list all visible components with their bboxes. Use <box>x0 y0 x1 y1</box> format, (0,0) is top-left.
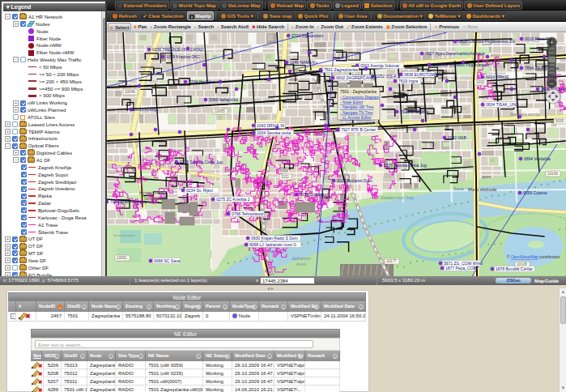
svg-text:Sava: Sava <box>453 186 464 191</box>
svg-text:- Connectivity Diagram: - Connectivity Diagram <box>340 96 380 100</box>
svg-text:7501 - Zagrepčanka: 7501 - Zagrepčanka <box>340 89 377 94</box>
svg-text:Horvaćanska: Horvaćanska <box>228 102 249 106</box>
svg-text:−: − <box>550 80 554 87</box>
svg-text:0378 Savska Cesta Jug: 0378 Savska Cesta Jug <box>384 163 427 168</box>
svg-text:0808 Gradsko Poglavarstvo ZG: 0808 Gradsko Poglavarstvo ZG <box>458 39 515 44</box>
svg-text:- Navigate uW Tree: - Navigate uW Tree <box>340 105 374 109</box>
svg-text:10061: 10061 <box>117 256 127 260</box>
svg-text:7928 TTW Vrbik: 7928 TTW Vrbik <box>400 109 429 114</box>
svg-text:10177: 10177 <box>386 259 397 263</box>
svg-text:10108: 10108 <box>517 262 527 266</box>
svg-text:0768 Tehnozavod: 0768 Tehnozavod <box>232 211 264 216</box>
svg-text:0336 TREŠNJEVKA-ZAPAD: 0336 TREŠNJEVKA-ZAPAD <box>152 47 204 52</box>
svg-text:10106: 10106 <box>547 172 558 176</box>
svg-text:0830 ZG Gradsko Poglavarstvo: 0830 ZG Gradsko Poglavarstvo <box>432 62 489 67</box>
svg-text:fakultet: fakultet <box>144 196 159 201</box>
svg-text:7501 Zagrepčanka: 7501 Zagrepčanka <box>324 67 358 72</box>
svg-text:0838 EUROTOWER: 0838 EUROTOWER <box>404 72 441 77</box>
svg-text:8023 Bočarski Dom: 8023 Bočarski Dom <box>337 178 372 183</box>
svg-text:0033 Knežija: 0033 Knežija <box>134 107 158 112</box>
svg-text:most: most <box>296 262 306 266</box>
svg-text:7027 Hypo Steiermarkische bank: 7027 Hypo Steiermarkische bank <box>425 51 485 56</box>
svg-text:1032: 1032 <box>476 80 485 84</box>
svg-text:7619 Ingra: 7619 Ingra <box>398 79 418 83</box>
svg-text:1043 DRIVE IN: 1043 DRIVE IN <box>257 123 285 128</box>
svg-text:1019 Krapina OKC: 1019 Krapina OKC <box>166 54 200 59</box>
svg-text:Most slobode: Most slobode <box>468 187 497 192</box>
svg-text:10046: 10046 <box>125 90 135 94</box>
svg-text:0234 Sv. Rijeci: 0234 Sv. Rijeci <box>186 188 213 193</box>
svg-text:10065: 10065 <box>215 109 225 113</box>
svg-text:0068 SC Sava: 0068 SC Sava <box>154 258 180 263</box>
svg-text:0930 Krajan Radić S Dom: 0930 Krajan Radić S Dom <box>251 236 298 241</box>
svg-text:0275 ZC-Knežija 2: 0275 ZC-Knežija 2 <box>216 197 250 202</box>
svg-text:Slavonska avenija: Slavonska avenija <box>510 113 540 117</box>
svg-text:- Navigate TN Tree: - Navigate TN Tree <box>340 111 373 115</box>
svg-text:7234 Hrelijska: 7234 Hrelijska <box>189 79 215 84</box>
svg-text:5035: 5035 <box>555 119 564 123</box>
svg-text:Gradska četvrt Trnje: Gradska četvrt Trnje <box>381 196 414 200</box>
svg-text:0378 Savska Cesta Jug: 0378 Savska Cesta Jug <box>180 160 223 164</box>
svg-text:0042 NSB: 0042 NSB <box>448 135 466 140</box>
svg-text:8068 LJ Jadranski most G: 8068 LJ Jadranski most G <box>249 242 296 247</box>
svg-text:7099 Braće Domany: 7099 Braće Domany <box>110 199 147 204</box>
svg-text:© OpenStreetMap contributors: © OpenStreetMap contributors <box>507 254 560 259</box>
svg-text:Jarunska ulica: Jarunska ulica <box>113 233 135 237</box>
svg-text:0694 Veslačka: 0694 Veslačka <box>524 156 551 161</box>
svg-text:1877 Papa_COW: 1877 Papa_COW <box>445 266 477 271</box>
svg-text:Jadranski: Jadranski <box>291 256 311 261</box>
svg-text:1045 NAMA Kv: 1045 NAMA Kv <box>290 60 317 65</box>
svg-text:0632 ZAGREPČANKA: 0632 ZAGREPČANKA <box>336 75 377 80</box>
svg-text:7927 RTF B Center: 7927 RTF B Center <box>341 127 377 132</box>
svg-text:0634 TISAK_UNG: 0634 TISAK_UNG <box>486 102 519 107</box>
svg-text:- Node Editor: - Node Editor <box>340 100 364 104</box>
svg-text:0720 Ograjenovci: 0720 Ograjenovci <box>292 33 323 38</box>
svg-text:1011: 1011 <box>281 175 289 179</box>
svg-text:Kineziološki: Kineziološki <box>139 190 164 195</box>
svg-text:1070 BL Crncela: 1070 BL Crncela <box>293 69 323 74</box>
svg-text:0059 Cvjetno: 0059 Cvjetno <box>523 190 547 195</box>
svg-text:0059 Cvjetno: 0059 Cvjetno <box>300 192 324 197</box>
svg-text:0252 VIS-A: 0252 VIS-A <box>376 74 397 79</box>
svg-text:1004 Savska cesta: 1004 Savska cesta <box>257 130 291 135</box>
svg-text:0210 TRNJE: 0210 TRNJE <box>486 75 509 79</box>
svg-text:0019 Pišva R: 0019 Pišva R <box>525 36 549 41</box>
svg-text:+: + <box>550 39 554 46</box>
svg-text:- LL Access Editor: - LL Access Editor <box>340 116 372 120</box>
